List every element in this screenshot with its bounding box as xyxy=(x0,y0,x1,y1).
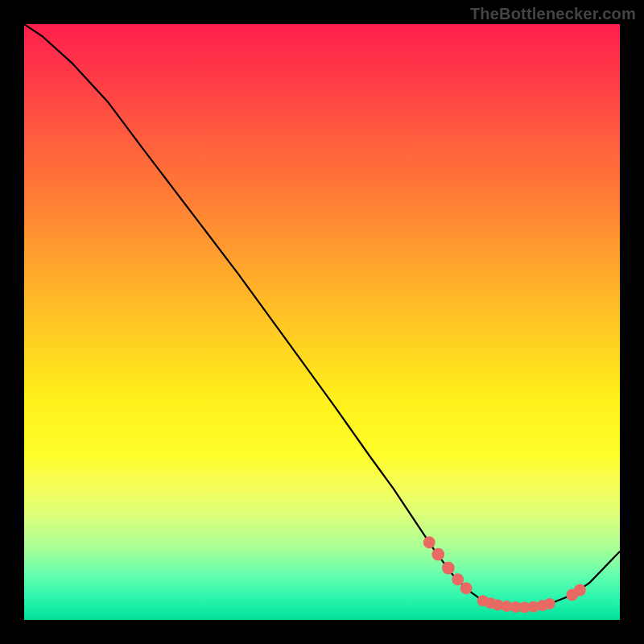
curve-point-marker xyxy=(574,584,586,597)
curve-point-marker xyxy=(452,573,464,585)
attribution-text: TheBottlenecker.com xyxy=(470,5,636,23)
curve-point-marker xyxy=(423,536,436,548)
curve-point-marker xyxy=(442,562,455,575)
curve-point-marker xyxy=(544,598,555,609)
chart-svg xyxy=(24,24,620,620)
chart-container: TheBottlenecker.com xyxy=(0,0,644,644)
curve-point-marker xyxy=(460,582,473,594)
curve-markers xyxy=(423,536,586,613)
curve-point-marker xyxy=(431,548,444,561)
bottleneck-curve xyxy=(24,24,620,608)
